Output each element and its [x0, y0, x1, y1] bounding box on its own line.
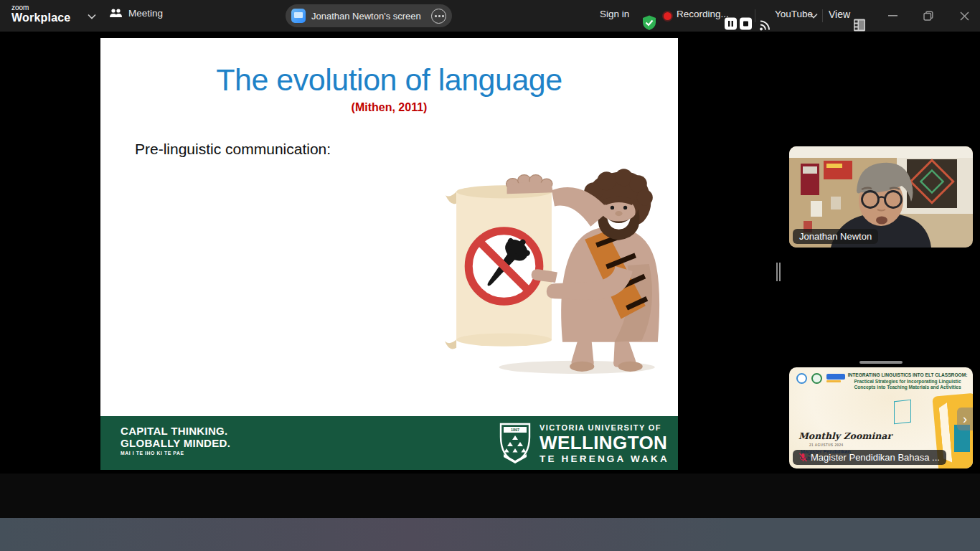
poster-script-title: Monthly Zoominar [798, 430, 892, 441]
university-line-1: VICTORIA UNIVERSITY OF [540, 423, 669, 433]
shared-screen-pill[interactable]: Jonathan Newton's screen [286, 4, 452, 27]
brand-zoom: zoom [11, 4, 70, 11]
poster-heading-1: INTEGRATING LINGUISTICS INTO ELT CLASSRO… [847, 372, 968, 379]
recording-status: Recording... [677, 9, 729, 40]
muted-mic-icon [799, 453, 807, 462]
view-layout-icon[interactable] [854, 9, 865, 41]
recording-dot-icon [664, 12, 672, 20]
tab-meeting[interactable]: Meeting [109, 8, 163, 19]
divider [822, 9, 823, 22]
slide-title: The evolution of language [100, 62, 678, 98]
university-wordmark: VICTORIA UNIVERSITY OF WELLINGTON TE HER… [540, 423, 669, 465]
poster-date: 21 AGUSTUS 2024 [809, 443, 844, 447]
poster-participant-name: Magister Pendidikan Bahasa ... [811, 452, 940, 463]
kampus-merdeka-logo [826, 374, 845, 380]
kampus-merdeka-underline [826, 380, 841, 382]
presentation-slide: The evolution of language (Mithen, 2011)… [100, 38, 678, 470]
youtube-live-label[interactable]: YouTube [775, 9, 813, 40]
filmstrip-drag-handle[interactable] [859, 361, 903, 364]
footer-tagline-3: MAI I TE IHO KI TE PAE [121, 451, 184, 456]
poster-heading-2: Practical Strategies for Incorporating L… [847, 379, 968, 385]
university-line-3: TE HERENGA WAKA [540, 453, 669, 465]
live-stream-icon [759, 9, 771, 41]
meeting-top-bar: zoom Workplace Meeting Jonathan Newton's… [0, 0, 980, 32]
workspace-chevron-down-icon[interactable] [88, 14, 96, 19]
shared-screen-options-icon[interactable] [431, 9, 446, 24]
university-line-2: WELLINGTON [540, 433, 669, 453]
zoom-workplace-logo: zoom Workplace [11, 4, 70, 24]
shared-screen-label: Jonathan Newton's screen [311, 11, 425, 22]
close-button[interactable] [948, 0, 980, 32]
view-button[interactable]: View [829, 9, 850, 40]
speaker-video-thumbnail[interactable]: Jonathan Newton [789, 146, 973, 248]
program-logo-icon [796, 373, 807, 384]
people-icon [109, 8, 123, 19]
youtube-chevron-down-icon[interactable] [809, 13, 818, 19]
divider [755, 9, 755, 22]
university-logo-icon [811, 373, 822, 384]
windows-taskbar: 1 Search [0, 518, 980, 551]
brand-workplace: Workplace [11, 11, 70, 24]
poster-heading-3: Concepts into Teaching Materials and Act… [847, 385, 968, 391]
restore-button[interactable] [913, 0, 944, 32]
security-shield-icon[interactable] [641, 7, 657, 39]
minimize-button[interactable] [877, 0, 908, 32]
next-videos-chevron[interactable]: › [957, 408, 973, 430]
university-crest-icon: 1897 [499, 423, 532, 464]
caveman-illustration [443, 161, 674, 378]
svg-text:1897: 1897 [511, 428, 519, 432]
speaker-name: Jonathan Newton [799, 231, 872, 242]
speaker-name-tag: Jonathan Newton [793, 229, 878, 244]
slide-body-text: Pre-linguistic communication: [135, 141, 331, 158]
poster-frame-shape [894, 400, 911, 425]
footer-tagline-2: GLOBALLY MINDED. [121, 437, 230, 449]
meeting-tab-label: Meeting [128, 8, 163, 19]
shared-screen-icon [291, 9, 306, 23]
slide-citation: (Mithen, 2011) [100, 101, 678, 114]
stop-recording-icon[interactable] [740, 8, 752, 39]
slide-footer: CAPITAL THINKING. GLOBALLY MINDED. MAI I… [100, 416, 678, 470]
sign-in-button[interactable]: Sign in [600, 9, 629, 40]
footer-tagline-1: CAPITAL THINKING. [121, 425, 228, 437]
meeting-toolbar: Audio Video 100 Participants [0, 474, 980, 518]
pause-recording-icon[interactable] [725, 8, 737, 39]
poster-name-tag: Magister Pendidikan Bahasa ... [793, 450, 946, 465]
panel-collapse-handle[interactable] [776, 263, 781, 281]
zoom-meeting-window: zoom Workplace Meeting Jonathan Newton's… [0, 0, 980, 551]
poster-video-thumbnail[interactable]: INTEGRATING LINGUISTICS INTO ELT CLASSRO… [789, 367, 973, 468]
no-club-sign [468, 231, 540, 302]
